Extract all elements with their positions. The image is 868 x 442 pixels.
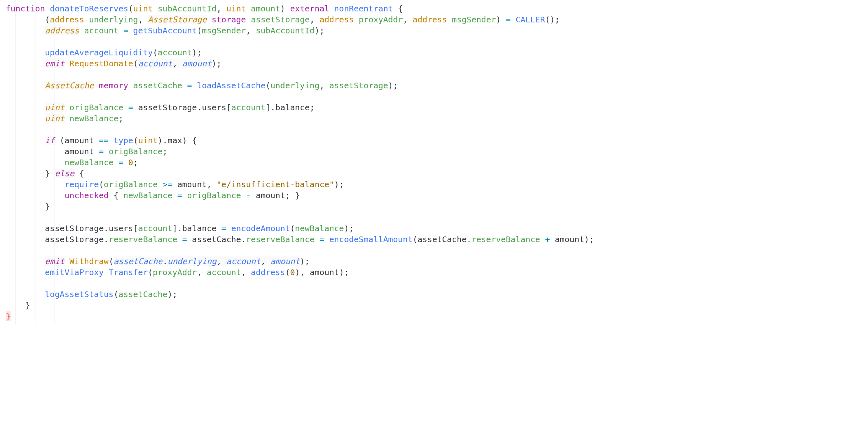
code-token: amount [555, 234, 584, 244]
code-token: account [84, 26, 118, 35]
code-token [65, 59, 70, 68]
code-token: uint [133, 4, 153, 13]
code-token: ); [344, 223, 354, 233]
code-token: ; [133, 158, 138, 167]
code-token [158, 179, 162, 189]
code-token: , [197, 267, 207, 277]
code-line: function donateToReserves(uint subAccoun… [6, 3, 868, 14]
code-token [511, 15, 515, 24]
code-token: = [320, 234, 324, 244]
code-token: storage [212, 15, 246, 24]
code-token: else [55, 168, 74, 178]
code-token: proxyAddr [153, 267, 197, 277]
code-token: origBalance [104, 179, 158, 189]
code-token: amount [270, 256, 300, 266]
code-token: amount [177, 179, 206, 189]
code-token: loadAssetCache [197, 81, 266, 90]
code-token [94, 81, 99, 90]
code-token: ( [290, 223, 295, 233]
code-token: ( [45, 15, 50, 24]
code-token [324, 234, 329, 244]
code-token: 0 [128, 158, 133, 167]
code-token [123, 158, 128, 167]
code-token: getSubAccount [133, 26, 197, 35]
code-token: = [99, 147, 104, 156]
code-token: balance [182, 223, 221, 233]
code-token: . [162, 136, 167, 145]
code-token: underlying [89, 15, 138, 24]
code-token: [ [226, 103, 231, 112]
code-line: logAssetStatus(assetCache); [6, 289, 868, 300]
code-token [133, 103, 138, 112]
code-token: , [246, 26, 256, 35]
code-token [182, 190, 187, 200]
code-token: , [261, 256, 270, 266]
code-token: ] [172, 223, 177, 233]
code-token: , [138, 15, 148, 24]
code-token: ( [133, 136, 138, 145]
code-token: assetStorage [45, 234, 104, 244]
code-token: ( [148, 267, 153, 277]
code-token: . [104, 223, 109, 233]
code-token [447, 15, 452, 24]
code-editor: function donateToReserves(uint subAccoun… [0, 0, 868, 325]
code-token: users [202, 103, 226, 112]
code-token: . [197, 103, 202, 112]
code-token [246, 4, 251, 13]
code-token: account [207, 267, 241, 277]
code-token: ); [192, 48, 202, 57]
code-token [118, 26, 123, 35]
code-token: donateToReserves [50, 4, 128, 13]
code-line: emit Withdraw(assetCache.underlying, acc… [6, 256, 868, 267]
code-token: , [403, 15, 412, 24]
code-token: if [45, 136, 55, 145]
code-token: assetCache [114, 256, 162, 266]
code-token: ; [310, 103, 315, 112]
code-token: amount [251, 4, 280, 13]
code-token: msgSender [452, 15, 496, 24]
code-token [182, 81, 187, 90]
code-token: . [104, 234, 109, 244]
code-line [6, 212, 868, 223]
code-token [226, 223, 231, 233]
code-token [172, 179, 177, 189]
code-token: ; [118, 114, 123, 123]
code-token: assetCache [418, 234, 467, 244]
code-token: proxyAddr [359, 15, 403, 24]
code-token: ; } [285, 190, 300, 200]
code-token: uint [226, 4, 246, 13]
indent-guide [15, 0, 16, 325]
code-token: origBalance [109, 147, 162, 156]
code-token: [ [133, 223, 138, 233]
code-token [550, 234, 555, 244]
code-token [251, 190, 256, 200]
code-token: + [545, 234, 550, 244]
code-token: ); [584, 234, 594, 244]
code-token: , [207, 179, 217, 189]
code-token: subAccountId [158, 4, 217, 13]
code-token: nonReentrant [334, 4, 393, 13]
code-line: updateAverageLiquidity(account); [6, 47, 868, 58]
code-line: (address underlying, AssetStorage storag… [6, 14, 868, 25]
code-token: address [251, 267, 285, 277]
code-token: address [45, 26, 79, 35]
code-token: account [138, 223, 172, 233]
code-token: assetStorage [329, 81, 388, 90]
code-token: newBalance [295, 223, 344, 233]
code-token: external [290, 4, 329, 13]
code-token: ) [158, 136, 162, 145]
code-token [128, 26, 133, 35]
code-token: CALLER [515, 15, 545, 24]
code-token: max [167, 136, 182, 145]
code-token: origBalance [187, 190, 241, 200]
code-token: encodeSmallAmount [329, 234, 413, 244]
code-token: account [138, 59, 172, 68]
code-token: ( [128, 4, 133, 13]
code-token: = [187, 81, 192, 90]
code-line: assetStorage.reserveBalance = assetCache… [6, 234, 868, 245]
code-token: = [177, 190, 182, 200]
code-line [6, 91, 868, 102]
code-token: = [118, 158, 123, 167]
code-token: 0 [290, 267, 295, 277]
code-token [177, 234, 182, 244]
